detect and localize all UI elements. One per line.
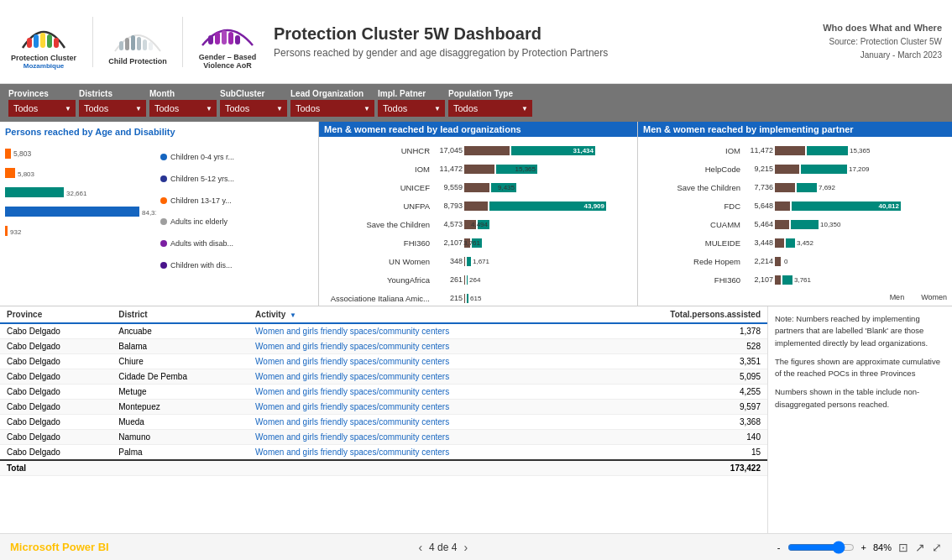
svg-rect-20 — [5, 207, 139, 217]
prev-page-button[interactable]: ‹ — [418, 541, 422, 554]
legend-dot-orange — [160, 197, 167, 204]
impl-row-iom: IOM 11,472 15,365 — [643, 142, 947, 159]
districts-filter[interactable]: Districts Todos — [79, 89, 146, 117]
org-row-unhcr: UNHCR 17,045 31,434 — [324, 142, 632, 159]
age-disability-chart: Persons reached by Age and Disability 5,… — [0, 122, 319, 306]
logo1-label: Protection Cluster — [11, 54, 76, 62]
zoom-label: 84% — [873, 542, 892, 552]
impl-row-fdc: FDC 5,648 40,812 — [643, 197, 947, 214]
legend-dot-purple — [160, 240, 167, 247]
cell-province: Cabo Delgado — [0, 415, 112, 430]
expand-icon[interactable]: ⤢ — [932, 541, 942, 554]
districts-wrapper[interactable]: Todos — [79, 100, 146, 117]
total-value: 173,422 — [594, 460, 767, 476]
pop-type-wrapper[interactable]: Todos — [448, 100, 532, 117]
page-indicator: 4 de 4 — [429, 542, 457, 553]
cell-district: Cidade De Pemba — [112, 369, 248, 385]
cell-district: Mueda — [112, 415, 248, 430]
impl-org-rows: IOM 11,472 15,365 HelpCode 9,215 — [643, 140, 947, 291]
activity-label: Activity — [255, 310, 285, 319]
protection-cluster-logo: Protection Cluster Mozambique — [10, 14, 77, 70]
org-name-unwomen: UN Women — [324, 257, 433, 266]
provinces-select[interactable]: Todos — [8, 100, 76, 117]
svg-rect-10 — [149, 42, 153, 50]
subcluster-select[interactable]: Todos — [220, 100, 287, 117]
provinces-filter[interactable]: Provinces Todos — [8, 89, 76, 117]
table-area[interactable]: Province District Activity ▼ Total.perso… — [0, 306, 767, 533]
impl-row-save: Save the Children 7,736 7,692 — [643, 179, 947, 196]
month-select[interactable]: Todos — [149, 100, 217, 117]
svg-rect-0 — [27, 38, 32, 48]
org-name-unfpa: UNFPA — [324, 201, 433, 211]
svg-rect-7 — [131, 35, 135, 50]
subcluster-filter[interactable]: SubCluster Todos — [220, 89, 287, 117]
cell-total: 528 — [594, 339, 767, 354]
table-row: Cabo Delgado Cidade De Pemba Women and g… — [0, 369, 767, 385]
pop-type-filter[interactable]: Population Type Todos — [448, 89, 532, 117]
subcluster-wrapper[interactable]: Todos — [220, 100, 287, 117]
lead-org-label: Lead Organization — [290, 89, 374, 98]
month-filter[interactable]: Month Todos — [149, 89, 217, 117]
lead-org-select[interactable]: Todos — [290, 100, 374, 117]
svg-rect-12 — [215, 32, 220, 44]
impl-row-helpcode: HelpCode 9,215 17,209 — [643, 160, 947, 177]
cell-province: Cabo Delgado — [0, 339, 112, 354]
cell-district: Chiure — [112, 354, 248, 369]
impl-name-muleide: MULEIDE — [643, 238, 744, 248]
impl-partner-select[interactable]: Todos — [378, 100, 445, 117]
share-icon[interactable]: ↗ — [915, 541, 925, 554]
month-wrapper[interactable]: Todos — [149, 100, 217, 117]
org-name-iom: IOM — [324, 165, 433, 174]
header-meta: Who does What and Where Source: Protecti… — [823, 21, 942, 63]
districts-select[interactable]: Todos — [79, 100, 146, 117]
org-row-unfpa: UNFPA 8,793 43,909 — [324, 197, 632, 214]
zoom-slider[interactable] — [787, 541, 855, 554]
table-row: Cabo Delgado Montepuez Women and girls f… — [0, 400, 767, 415]
fullscreen-icon[interactable]: ⊡ — [898, 541, 908, 554]
zoom-minus-button[interactable]: - — [777, 542, 781, 552]
sort-arrow-icon[interactable]: ▼ — [290, 311, 296, 319]
data-table: Province District Activity ▼ Total.perso… — [0, 306, 767, 476]
content-area: Persons reached by Age and Disability 5,… — [0, 122, 952, 533]
cell-province: Cabo Delgado — [0, 445, 112, 461]
powerbi-label[interactable]: Microsoft Power BI — [10, 541, 109, 553]
svg-text:84,312: 84,312 — [142, 209, 156, 217]
cell-province: Cabo Delgado — [0, 400, 112, 415]
cell-total: 4,255 — [594, 385, 767, 400]
table-row: Cabo Delgado Metuge Women and girls frie… — [0, 385, 767, 400]
age-chart-body: 5,803 5,803 32,661 84,312 — [5, 142, 313, 280]
subcluster-label: SubCluster — [220, 89, 287, 98]
impl-partner-wrapper[interactable]: Todos — [378, 100, 445, 117]
svg-rect-15 — [235, 35, 240, 44]
svg-rect-22 — [5, 226, 8, 236]
impl-row-fhi360: FHI360 2,107 3,761 — [643, 271, 947, 288]
org-name-unhcr: UNHCR — [324, 146, 433, 155]
logo2-label: Child Protection — [108, 57, 167, 65]
impl-name-cuamm: CUAMM — [643, 220, 744, 229]
svg-text:932: 932 — [10, 228, 22, 236]
cell-district: Palma — [112, 445, 248, 461]
svg-rect-13 — [222, 30, 227, 44]
month-label: Month — [149, 89, 217, 98]
cell-province: Cabo Delgado — [0, 430, 112, 445]
logos-area: Protection Cluster Mozambique Child Prot… — [10, 13, 257, 70]
cell-province: Cabo Delgado — [0, 369, 112, 385]
pop-type-select[interactable]: Todos — [448, 100, 532, 117]
zoom-plus-button[interactable]: + — [861, 542, 866, 552]
col-province: Province — [0, 306, 112, 323]
table-row: Cabo Delgado Palma Women and girls frien… — [0, 445, 767, 461]
impl-partner-filter[interactable]: Impl. Patner Todos — [378, 89, 445, 117]
impl-partner-label: Impl. Patner — [378, 89, 445, 98]
lead-org-filter[interactable]: Lead Organization Todos — [290, 89, 374, 117]
legend-label-1: Children 5-12 yrs... — [170, 175, 234, 183]
org-name-fhi360: FHI360 — [324, 238, 433, 248]
provinces-wrapper[interactable]: Todos — [8, 100, 76, 117]
next-page-button[interactable]: › — [463, 541, 468, 554]
svg-rect-3 — [47, 34, 52, 48]
impl-name-fdc: FDC — [643, 201, 744, 211]
cell-activity: Women and girls friendly spaces/communit… — [248, 323, 594, 339]
lead-org-wrapper[interactable]: Todos — [290, 100, 374, 117]
svg-rect-1 — [34, 34, 39, 48]
footer-nav-center: ‹ 4 de 4 › — [418, 541, 468, 554]
org-name-assoc: Associatione Italiana Amic... — [324, 294, 433, 303]
